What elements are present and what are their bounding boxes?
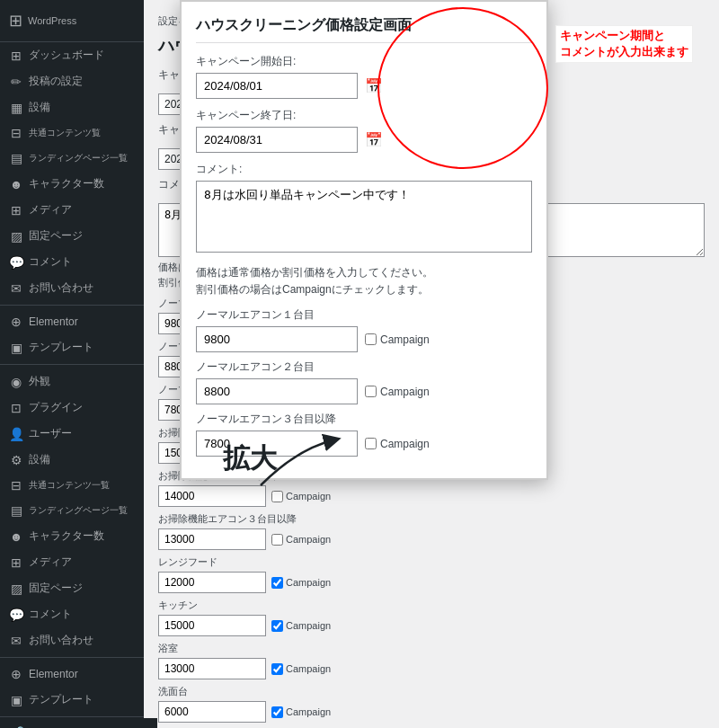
- campaign-checkbox-7[interactable]: [271, 620, 283, 632]
- fixed2-icon: ▨: [9, 582, 23, 596]
- campaign-checkbox-6[interactable]: [271, 577, 283, 589]
- price-input-9[interactable]: [158, 701, 266, 723]
- elementor-icon: ⊕: [9, 315, 23, 329]
- overlay-title: ハウスクリーニング価格設定画面: [196, 16, 532, 43]
- sidebar-item-dashboard[interactable]: ⊞ ダッシュボード: [0, 42, 144, 68]
- sidebar-item-landing2[interactable]: ▤ ランディングページ一覧: [0, 498, 144, 523]
- sidebar-sep3: [0, 657, 144, 658]
- campaign-check-9: Campaign: [271, 706, 331, 718]
- overlay-campaign-cb-0[interactable]: [365, 333, 377, 345]
- sidebar-sep1: [0, 305, 144, 306]
- price-label-6: レンジフード: [158, 555, 705, 569]
- contact-icon: ✉: [9, 281, 23, 296]
- price-row-6: Campaign: [158, 572, 705, 593]
- overlay-cal1: 📅: [365, 77, 383, 94]
- sidebar-item-templates[interactable]: ▣ テンプレート: [0, 334, 144, 360]
- sidebar-item-label: キャラクター数: [29, 528, 104, 544]
- overlay-price-input-0[interactable]: [196, 326, 358, 352]
- price-input-4[interactable]: [158, 485, 266, 507]
- sidebar-item-label: コメント: [29, 607, 72, 622]
- overlay-price-section-0: ノーマルエアコン１台目 Campaign: [196, 307, 532, 352]
- sidebar-item-label: 固定ページ: [29, 228, 83, 244]
- appearance-icon: ◉: [9, 375, 23, 389]
- sidebar-item-media[interactable]: ⊞ メディア: [0, 197, 144, 223]
- overlay-price-section-1: ノーマルエアコン２台目 Campaign: [196, 360, 532, 404]
- sidebar-item-fixed[interactable]: ▨ 固定ページ: [0, 223, 144, 249]
- sidebar: ⊞ WordPress ⊞ ダッシュボード ✏ 投稿の設定 ▦ 設備 ⊟ 共通コ…: [0, 0, 144, 728]
- sidebar-item-contact2[interactable]: ✉ お問い合わせ: [0, 627, 144, 653]
- overlay-notice: 価格は通常価格か割引価格を入力してください。割引価格の場合はCampaignにチ…: [196, 264, 532, 298]
- overlay-start-input[interactable]: [196, 73, 358, 99]
- overlay-campaign-cb-1[interactable]: [365, 386, 377, 397]
- sidebar-item-comments2[interactable]: 💬 コメント: [0, 601, 144, 627]
- campaign-annotation-text: キャンペーン期間とコメントが入力出来ます: [555, 25, 693, 63]
- campaign-check-8: Campaign: [271, 663, 331, 675]
- price-row-7: Campaign: [158, 615, 705, 636]
- sidebar-item-equipment[interactable]: ▦ 設備: [0, 94, 144, 120]
- price-input-5[interactable]: [158, 528, 266, 550]
- campaign-check-4: Campaign: [271, 491, 331, 502]
- price-label-8: 浴室: [158, 642, 705, 655]
- price-input-6[interactable]: [158, 572, 266, 593]
- characters2-icon: ☻: [9, 529, 23, 544]
- sidebar-item-label: ダッシュボード: [29, 48, 104, 63]
- sidebar-item-settings-eq[interactable]: ⚙ 設備: [0, 447, 144, 473]
- campaign-check-7: Campaign: [271, 620, 331, 632]
- campaign-check-5: Campaign: [271, 534, 331, 546]
- characters-icon: ☻: [9, 177, 23, 191]
- sidebar-item-label: ランディングページ一覧: [29, 152, 128, 164]
- dashboard-icon: ⊞: [9, 49, 23, 63]
- sidebar-item-fixed2[interactable]: ▨ 固定ページ: [0, 575, 144, 601]
- sidebar-item-plugins[interactable]: ⊡ プラグイン: [0, 395, 144, 421]
- overlay-campaign-cb-2[interactable]: [365, 438, 377, 449]
- sidebar-item-templates2[interactable]: ▣ テンプレート: [0, 687, 144, 713]
- contact2-icon: ✉: [9, 634, 23, 648]
- fixed-icon: ▨: [9, 229, 23, 244]
- sidebar-item-contact[interactable]: ✉ お問い合わせ: [0, 275, 144, 301]
- sidebar-item-landing[interactable]: ▤ ランディングページ一覧: [0, 146, 144, 171]
- sidebar-item-label: コメント: [29, 254, 72, 270]
- sidebar-item-label: お問い合わせ: [29, 280, 93, 296]
- sidebar-item-label: Elementor: [29, 315, 78, 328]
- sidebar-item-elementor[interactable]: ⊕ Elementor: [0, 309, 144, 334]
- overlay-price-row-1: Campaign: [196, 378, 532, 404]
- overlay-end-input[interactable]: [196, 127, 358, 153]
- sidebar-sep4: [0, 716, 144, 717]
- overlay-comment-textarea[interactable]: 8月は水回り単品キャンペーン中です！: [196, 181, 532, 253]
- overlay-price-label-1: ノーマルエアコン２台目: [196, 360, 532, 375]
- overlay-start-label: キャンペーン開始日:: [196, 54, 532, 69]
- sidebar-item-media2[interactable]: ⊞ メディア: [0, 549, 144, 575]
- sidebar-item-characters2[interactable]: ☻ キャラクター数: [0, 523, 144, 549]
- overlay-price-input-2[interactable]: [196, 431, 358, 457]
- sidebar-item-characters[interactable]: ☻ キャラクター数: [0, 171, 144, 197]
- shared-icon: ⊟: [9, 126, 23, 140]
- sidebar-item-posts[interactable]: ✏ 投稿の設定: [0, 68, 144, 94]
- campaign-checkbox-8[interactable]: [271, 663, 283, 675]
- sidebar-item-shared[interactable]: ⊟ 共通コンテンツ覧: [0, 120, 144, 146]
- campaign-checkbox-5[interactable]: [271, 534, 283, 546]
- bottom-menu-permissions[interactable]: 🔒 Permissions: [0, 718, 157, 728]
- sidebar-item-comments[interactable]: 💬 コメント: [0, 249, 144, 275]
- price-input-7[interactable]: [158, 615, 266, 636]
- sidebar-item-label: プラグイン: [29, 400, 83, 415]
- overlay-price-row-0: Campaign: [196, 326, 532, 352]
- sidebar-item-shared2[interactable]: ⊟ 共通コンテンツ一覧: [0, 473, 144, 498]
- campaign-checkbox-4[interactable]: [271, 491, 283, 502]
- campaign-checkbox-9[interactable]: [271, 706, 283, 718]
- overlay-price-label-0: ノーマルエアコン１台目: [196, 307, 532, 323]
- sidebar-item-label: お問い合わせ: [29, 633, 93, 648]
- price-label-5: お掃除機能エアコン３台目以降: [158, 512, 705, 526]
- settings-eq-icon: ⚙: [9, 453, 23, 467]
- overlay-campaign-0: Campaign: [365, 333, 430, 346]
- media2-icon: ⊞: [9, 555, 23, 570]
- sidebar-item-label: ユーザー: [29, 426, 72, 441]
- overlay-popup: ハウスクリーニング価格設定画面 キャンペーン開始日: 📅 キャンペーン終了日: …: [180, 0, 548, 480]
- sidebar-item-appearance[interactable]: ◉ 外観: [0, 368, 144, 395]
- price-input-8[interactable]: [158, 658, 266, 679]
- sidebar-item-users[interactable]: 👤 ユーザー: [0, 421, 144, 447]
- sidebar-item-label: 投稿の設定: [29, 74, 83, 89]
- overlay-price-input-1[interactable]: [196, 378, 358, 404]
- sidebar-item-elementor2[interactable]: ⊕ Elementor: [0, 661, 144, 687]
- sidebar-logo: ⊞ WordPress: [0, 0, 144, 42]
- price-label-7: キッチン: [158, 599, 705, 612]
